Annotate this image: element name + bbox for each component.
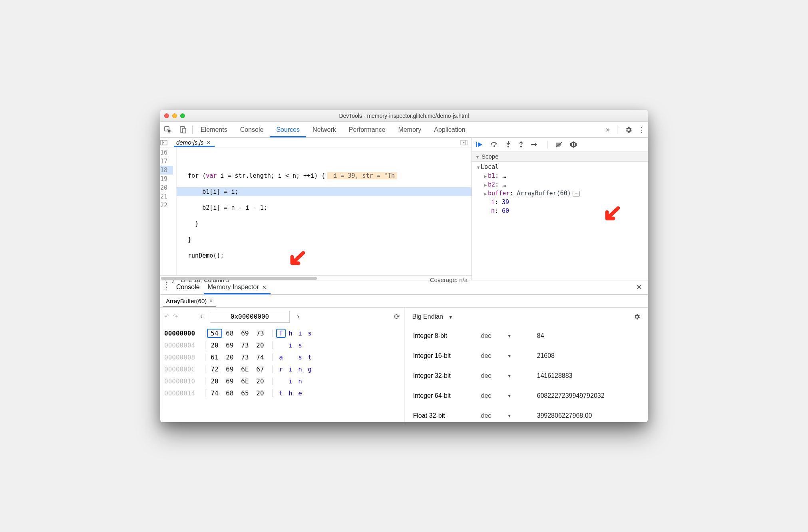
- scope-var-b2[interactable]: ▶b2: …: [472, 180, 648, 189]
- ascii-char[interactable]: i: [296, 330, 304, 337]
- ascii-char[interactable]: i: [287, 365, 295, 373]
- ascii-char[interactable]: h: [287, 330, 295, 337]
- tab-sources[interactable]: Sources: [270, 122, 306, 137]
- ascii-char[interactable]: s: [296, 341, 304, 349]
- memory-tab-arraybuffer[interactable]: ArrayBuffer(60) ✕: [163, 295, 216, 307]
- hex-byte[interactable]: 20: [208, 377, 221, 385]
- hex-byte[interactable]: 68: [223, 330, 237, 337]
- hex-byte[interactable]: 72: [208, 365, 221, 373]
- resume-icon[interactable]: [476, 141, 483, 148]
- ascii-char[interactable]: a: [277, 353, 285, 361]
- ascii-char[interactable]: [306, 377, 314, 385]
- kebab-menu-icon[interactable]: ⋮: [638, 125, 645, 134]
- hex-byte[interactable]: 73: [238, 341, 252, 349]
- more-tabs-icon[interactable]: »: [606, 125, 610, 134]
- hex-byte[interactable]: 54: [208, 330, 221, 337]
- undo-icon[interactable]: ↶: [164, 313, 169, 320]
- close-file-tab-icon[interactable]: ✕: [207, 140, 211, 145]
- interpreted-value: 1416128883: [537, 372, 573, 379]
- tab-elements[interactable]: Elements: [194, 122, 234, 137]
- hex-byte[interactable]: 20: [253, 377, 267, 385]
- step-into-icon[interactable]: [505, 141, 511, 148]
- hex-byte[interactable]: 20: [253, 389, 267, 397]
- device-toolbar-icon[interactable]: [175, 126, 191, 134]
- hex-byte[interactable]: 69: [238, 330, 252, 337]
- close-drawer-tab-icon[interactable]: ✕: [262, 284, 267, 290]
- hex-byte[interactable]: 20: [208, 341, 221, 349]
- tab-memory[interactable]: Memory: [392, 122, 428, 137]
- tab-network[interactable]: Network: [306, 122, 342, 137]
- hex-byte[interactable]: 69: [223, 377, 237, 385]
- ascii-char[interactable]: n: [296, 365, 304, 373]
- hex-byte[interactable]: 74: [253, 353, 267, 361]
- reveal-in-memory-icon[interactable]: ⋯: [573, 191, 580, 197]
- navigator-toggle-icon[interactable]: [160, 140, 174, 145]
- horizontal-scrollbar[interactable]: [160, 275, 472, 276]
- ascii-char[interactable]: s: [306, 330, 314, 337]
- ascii-char[interactable]: s: [296, 353, 304, 361]
- ascii-char[interactable]: h: [287, 389, 295, 397]
- step-out-icon[interactable]: [518, 141, 524, 148]
- ascii-char[interactable]: T: [277, 330, 285, 337]
- hex-byte[interactable]: 69: [223, 365, 237, 373]
- ascii-char[interactable]: t: [277, 389, 285, 397]
- ascii-char[interactable]: [277, 341, 285, 349]
- scope-var-buffer[interactable]: ▶buffer: ArrayBuffer(60)⋯: [472, 189, 648, 198]
- hex-byte[interactable]: 20: [223, 353, 237, 361]
- scope-local[interactable]: ▼Local: [472, 163, 648, 171]
- ascii-char[interactable]: [306, 341, 314, 349]
- inspect-element-icon[interactable]: [160, 126, 175, 134]
- step-icon[interactable]: [531, 142, 539, 147]
- value-settings-icon[interactable]: [633, 313, 644, 320]
- next-page-icon[interactable]: ›: [293, 312, 303, 321]
- ascii-char[interactable]: g: [306, 365, 314, 373]
- line-gutter: 16 17 18 19 20 21 22: [160, 147, 177, 275]
- ascii-char[interactable]: [277, 377, 285, 385]
- scope-section-header[interactable]: ▼Scope: [472, 151, 648, 162]
- hex-byte[interactable]: 73: [238, 353, 252, 361]
- settings-gear-icon[interactable]: [625, 126, 633, 134]
- ascii-char[interactable]: [306, 389, 314, 397]
- hex-byte[interactable]: 65: [238, 389, 252, 397]
- tab-application[interactable]: Application: [428, 122, 472, 137]
- tab-performance[interactable]: Performance: [342, 122, 392, 137]
- endianness-select[interactable]: Big Endian ▼: [408, 313, 453, 320]
- ascii-char[interactable]: n: [296, 377, 304, 385]
- value-format-select[interactable]: dec▼: [481, 412, 537, 419]
- deactivate-breakpoints-icon[interactable]: [555, 141, 563, 148]
- hex-byte[interactable]: 67: [253, 365, 267, 373]
- ascii-char[interactable]: e: [296, 389, 304, 397]
- close-memory-tab-icon[interactable]: ✕: [209, 298, 213, 304]
- hex-byte[interactable]: 20: [253, 341, 267, 349]
- debugger-toggle-icon[interactable]: [460, 140, 472, 145]
- ascii-char[interactable]: [287, 353, 295, 361]
- tab-console[interactable]: Console: [234, 122, 270, 137]
- ascii-char[interactable]: i: [287, 377, 295, 385]
- value-format-select[interactable]: dec▼: [481, 392, 537, 399]
- drawer-menu-icon[interactable]: ⋮: [160, 283, 172, 292]
- ascii-char[interactable]: t: [306, 353, 314, 361]
- value-format-select[interactable]: dec▼: [481, 332, 537, 339]
- address-input[interactable]: [210, 311, 290, 323]
- code-editor[interactable]: 16 17 18 19 20 21 22 for (var i = str.le…: [160, 147, 472, 275]
- hex-byte[interactable]: 69: [223, 341, 237, 349]
- hex-table[interactable]: 0000000054686973This0000000420697320 is …: [160, 326, 404, 401]
- value-format-select[interactable]: dec▼: [481, 372, 537, 379]
- hex-byte[interactable]: 61: [208, 353, 221, 361]
- value-format-select[interactable]: dec▼: [481, 352, 537, 359]
- hex-byte[interactable]: 68: [223, 389, 237, 397]
- hex-byte[interactable]: 6E: [238, 377, 252, 385]
- redo-icon[interactable]: ↷: [173, 313, 178, 320]
- hex-byte[interactable]: 6E: [238, 365, 252, 373]
- ascii-char[interactable]: r: [277, 365, 285, 373]
- refresh-icon[interactable]: ⟳: [394, 312, 400, 321]
- close-drawer-icon[interactable]: ✕: [636, 283, 648, 292]
- hex-byte[interactable]: 74: [208, 389, 221, 397]
- file-tab-demo-js[interactable]: demo-js.js ✕: [174, 138, 215, 147]
- hex-byte[interactable]: 73: [253, 330, 267, 337]
- prev-page-icon[interactable]: ‹: [196, 312, 207, 321]
- ascii-char[interactable]: i: [287, 341, 295, 349]
- pause-on-exceptions-icon[interactable]: [570, 141, 577, 148]
- step-over-icon[interactable]: [490, 142, 498, 147]
- scope-var-b1[interactable]: ▶b1: …: [472, 171, 648, 180]
